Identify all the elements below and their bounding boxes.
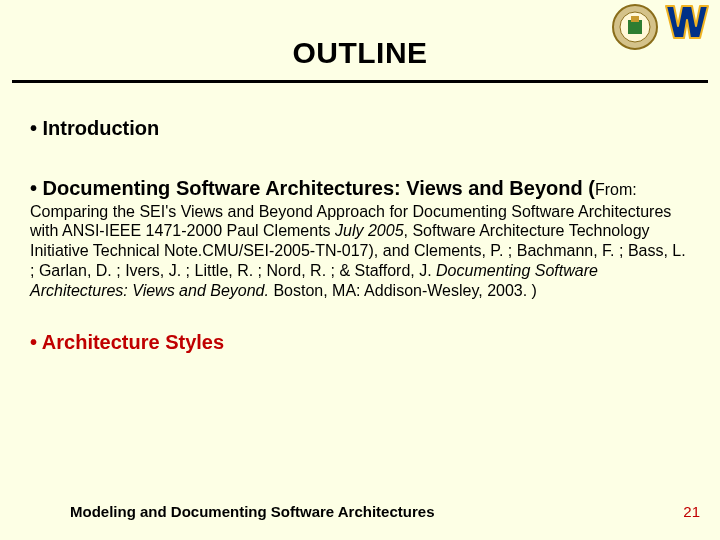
bullet-documenting: • Documenting Software Architectures: Vi… [30, 176, 692, 301]
bullet-introduction: • Introduction [30, 117, 692, 140]
bullet-documenting-body-c: Boston, MA: Addison-Wesley, 2003. ) [269, 282, 537, 299]
bullet-documenting-lead: • Documenting Software Architectures: Vi… [30, 177, 595, 199]
content-area: • Introduction • Documenting Software Ar… [0, 83, 720, 354]
bullet-documenting-italic1: July 2005 [335, 222, 404, 239]
footer-text: Modeling and Documenting Software Archit… [70, 503, 434, 520]
svg-rect-2 [628, 20, 642, 34]
svg-rect-3 [631, 16, 639, 22]
page-number: 21 [683, 503, 700, 520]
logo-row [612, 4, 710, 50]
footer: Modeling and Documenting Software Archit… [70, 503, 700, 520]
bullet-architecture-styles: • Architecture Styles [30, 331, 692, 354]
cairo-university-logo [612, 4, 658, 50]
wvu-logo [664, 4, 710, 40]
